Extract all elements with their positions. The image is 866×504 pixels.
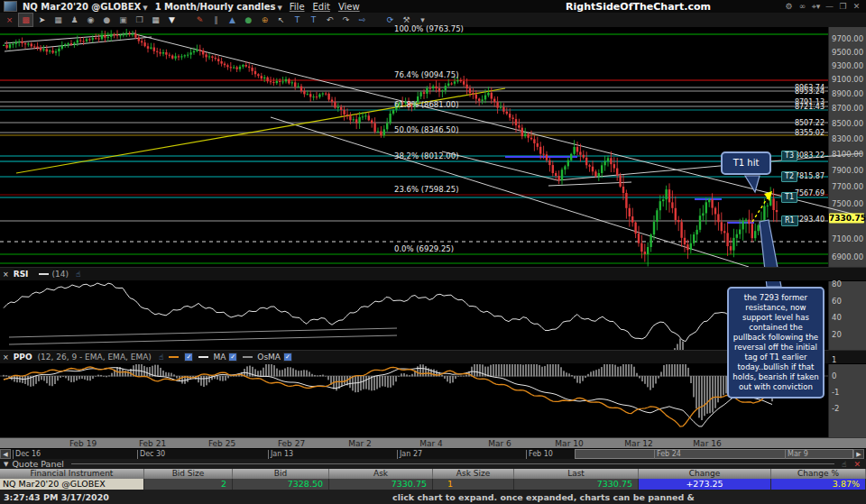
marquee-select-icon[interactable]: ▩ bbox=[19, 14, 32, 26]
rsi-axis-label: 60 bbox=[832, 297, 842, 306]
ppo-ma-checkbox[interactable]: ✓ bbox=[228, 353, 237, 362]
ppo-axis-label: 0 bbox=[832, 371, 836, 380]
fib-level-label: 38.2% (8012.00) bbox=[394, 151, 459, 161]
timeframe-selector[interactable]: 1 Month/Hourly candles▼ bbox=[155, 2, 282, 12]
ppo-ma-swatch bbox=[198, 356, 208, 358]
target-label-r1[interactable]: R1 bbox=[781, 215, 798, 226]
snapshot-icon[interactable]: ❒ bbox=[133, 14, 146, 26]
status-bar: 3:27:43 PM 3/17/2020 click chart to expa… bbox=[0, 490, 866, 504]
analysis-note-callout[interactable]: the 7293 former resistance, now support … bbox=[727, 287, 825, 399]
col-ask-size: Ask Size bbox=[433, 469, 514, 479]
ppo-line-checkbox[interactable]: ✓ bbox=[184, 353, 193, 362]
dropdown-triangle-icon[interactable]: ▼ bbox=[165, 14, 179, 26]
ppo-hand-icon[interactable]: ☝ bbox=[159, 353, 163, 362]
minimize-icon[interactable]: — bbox=[824, 2, 835, 11]
target-label-t2[interactable]: T2 bbox=[781, 171, 797, 182]
triangle-up-icon[interactable]: ▲ bbox=[226, 14, 239, 26]
menu-view[interactable]: View bbox=[338, 2, 360, 12]
rsi-axis-label: 20 bbox=[832, 330, 842, 339]
undo-icon[interactable]: ↶ bbox=[323, 14, 336, 26]
sphere-icon[interactable]: ● bbox=[242, 14, 255, 26]
symbol-selector[interactable]: NQ Mar20'20 @GLOBEX▼ bbox=[23, 2, 148, 12]
pin-icon[interactable]: ⌖▾ bbox=[810, 2, 822, 12]
grid-icon[interactable]: ▦ bbox=[51, 14, 65, 26]
rsi-params: (14) bbox=[51, 270, 68, 279]
candlestick-tool-icon[interactable]: ∥ bbox=[209, 14, 223, 26]
ppo-osma-checkbox[interactable]: ✓ bbox=[283, 353, 292, 362]
close-chart-icon[interactable]: × bbox=[3, 14, 16, 26]
collapse-triangle-icon[interactable]: ▼ bbox=[4, 461, 8, 468]
fib-level-label: 0.0% (6929.25) bbox=[394, 244, 454, 254]
price-axis-label: 8300.00 bbox=[832, 134, 863, 143]
quote-instrument[interactable]: NQ Mar20'20 @GLOBEX bbox=[0, 479, 144, 490]
price-level-tag: 7815.87 bbox=[795, 172, 825, 180]
crosshair-target-icon[interactable]: ⊕ bbox=[258, 14, 272, 26]
scroll-right-button[interactable]: ▶ bbox=[853, 449, 864, 459]
rsi-hand-icon[interactable]: ☝ bbox=[76, 270, 80, 279]
arrow-right-icon[interactable]: ⇨ bbox=[355, 14, 369, 26]
spacer bbox=[372, 14, 381, 26]
quote-hand-icon[interactable]: ☝ bbox=[842, 460, 846, 469]
price-axis-label: 7500.00 bbox=[832, 199, 863, 208]
target-label-t3[interactable]: T3 bbox=[781, 151, 797, 161]
restore-icon[interactable]: ❐ bbox=[837, 2, 849, 11]
pointer-line-icon[interactable]: ↖ bbox=[274, 14, 288, 26]
price-axis-label: 9700.00 bbox=[832, 34, 863, 43]
price-axis-label: 7900.00 bbox=[832, 166, 863, 175]
fib-level-label: 61.8% (8681.00) bbox=[394, 100, 459, 110]
close-icon[interactable]: ✕ bbox=[851, 2, 862, 11]
price-level-tag: 8721.43 bbox=[795, 103, 825, 111]
chart-area[interactable]: × RSI (14) ☝ × PPO (12, 26, 9 - EMA, EMA… bbox=[0, 27, 866, 437]
redo-icon[interactable]: ↷ bbox=[339, 14, 353, 26]
target-label-t1[interactable]: T1 bbox=[781, 192, 797, 203]
quote-change-pct: 3.87% bbox=[771, 479, 866, 490]
price-axis-label: 7100.00 bbox=[832, 234, 863, 243]
gear-icon[interactable]: ⚙ bbox=[783, 2, 795, 11]
application-window: NQ Mar20'20 @GLOBEX▼ 1 Month/Hourly cand… bbox=[0, 0, 866, 504]
menu-edit[interactable]: Edit bbox=[313, 2, 330, 12]
col-last: Last bbox=[514, 469, 639, 479]
quote-panel-titlebar: ▼ Quote Panel ☝ ✕ bbox=[0, 459, 866, 469]
menu-file[interactable]: File bbox=[290, 2, 305, 12]
t1-hit-callout[interactable]: T1 hit bbox=[721, 151, 771, 175]
scrollbar-thumb[interactable] bbox=[575, 449, 853, 459]
pencil-icon[interactable]: ✎ bbox=[193, 14, 207, 26]
circle-tool-icon[interactable]: ● bbox=[100, 14, 114, 26]
rsi-close-icon[interactable]: × bbox=[3, 270, 9, 279]
chevron-down-icon: ▼ bbox=[277, 5, 281, 12]
quote-change: +273.25 bbox=[639, 479, 771, 490]
price-level-tag: 7567.69 bbox=[795, 189, 825, 197]
rsi-panel-header: × RSI (14) ☝ bbox=[0, 267, 866, 281]
image-box-icon[interactable]: ▣ bbox=[116, 14, 130, 26]
quote-close-icon[interactable]: ✕ bbox=[853, 460, 861, 469]
price-axis-label: 7700.00 bbox=[832, 182, 863, 191]
ppo-axis-label: 1 bbox=[832, 355, 836, 364]
scrollbar-date-label: Mar 9 bbox=[785, 450, 808, 459]
divider bbox=[71, 463, 834, 464]
link-icon[interactable]: ∞ bbox=[797, 2, 808, 11]
text-note-icon[interactable]: T bbox=[307, 14, 320, 26]
quote-table-row[interactable]: NQ Mar20'20 @GLOBEX 2 7328.50 7330.75 1 … bbox=[0, 479, 866, 490]
col-financial-instrument: Financial Instrument bbox=[0, 469, 144, 479]
cursor-icon[interactable]: ➤ bbox=[35, 14, 49, 26]
spacer bbox=[181, 14, 190, 26]
ppo-close-icon[interactable]: × bbox=[3, 353, 9, 362]
fib-level-label: 23.6% (7598.25) bbox=[394, 185, 459, 195]
eye-icon[interactable]: ◉ bbox=[84, 14, 97, 26]
text-tool-icon[interactable]: T bbox=[290, 14, 304, 26]
price-level-tag: 8083.22 bbox=[795, 151, 825, 160]
scroll-left-button[interactable]: ◀ bbox=[0, 449, 11, 459]
ppo-ma-label: MA bbox=[213, 353, 226, 362]
layout-grid-icon[interactable]: ▦ bbox=[149, 14, 162, 26]
status-hint: click chart to expand. once expanded, ch… bbox=[392, 492, 708, 504]
price-level-tag: 8355.02 bbox=[795, 129, 825, 137]
rsi-axis-label: 40 bbox=[832, 313, 842, 322]
symbol-label: NQ Mar20'20 @GLOBEX bbox=[23, 2, 141, 12]
timeframe-label: 1 Month/Hourly candles bbox=[155, 2, 276, 12]
quote-table-header: Financial Instrument Bid Size Bid Ask As… bbox=[0, 469, 866, 479]
price-axis-label: 8100.00 bbox=[832, 150, 863, 159]
app-icon bbox=[4, 1, 17, 12]
fib-level-label: 50.0% (8346.50) bbox=[394, 125, 459, 135]
chevron-down-icon: ▼ bbox=[143, 5, 147, 12]
stamp-icon[interactable]: ♟ bbox=[68, 14, 81, 26]
